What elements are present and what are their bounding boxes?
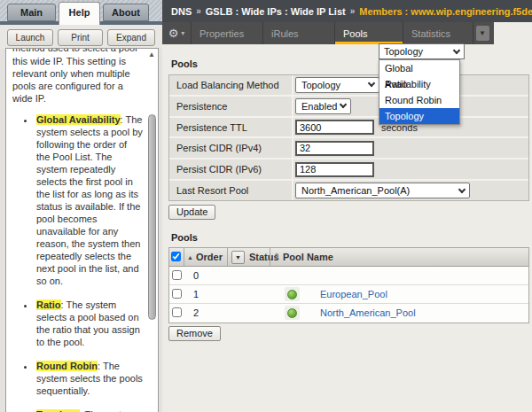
tab-statistics[interactable]: Statistics [403,22,473,44]
help-bullet-topology: Topology: The system selects a pool base… [35,408,143,412]
form-row-last-resort-pool: Last Resort Pool North_American_Pool(A) [169,181,528,200]
order-value: 2 [193,307,199,318]
help-bullet-global-availability: Global Availability: The system selects … [35,113,143,287]
scrollbar-thumb[interactable] [148,114,156,320]
breadcrumb: DNS » GSLB : Wide IPs : Wide IP List » M… [162,0,532,22]
page-tabbar: ⚙ ▾ Properties iRules Pools Statistics ▼ [162,22,494,44]
row-checkbox[interactable] [172,270,182,280]
main-content: DNS » GSLB : Wide IPs : Wide IP List » M… [162,0,532,412]
header-separator [227,248,228,266]
tab-overflow-button[interactable]: ▼ [473,22,491,44]
settings-menu-button[interactable]: ⚙ ▾ [162,22,192,44]
breadcrumb-separator-icon: » [350,6,356,16]
table-row: 0 [169,267,528,285]
persist-cidr-ipv4-input[interactable] [295,141,374,156]
tab-main[interactable]: Main [7,4,56,21]
option-global-availability[interactable]: Global Availability [379,60,459,76]
pools-table: ▲ Order ▼ Status ⇕ Pool Name 0 1 Europea… [168,247,529,323]
method-dropdown-list: Global Availability Ratio Round Robin To… [379,59,460,125]
breadcrumb-module[interactable]: DNS [171,6,192,17]
tab-help[interactable]: Help [59,2,100,25]
tab-irules[interactable]: iRules [263,22,335,44]
sort-ascending-icon: ▲ [187,254,193,260]
green-circle-icon [287,308,297,318]
order-value: 0 [193,270,199,281]
order-value: 1 [193,289,199,299]
header-separator [184,248,184,266]
tab-about[interactable]: About [103,4,149,21]
persistence-ttl-input[interactable] [295,120,374,135]
breadcrumb-path[interactable]: GSLB : Wide IPs : Wide IP List [206,6,346,17]
chevron-down-icon [458,185,466,192]
pool-link-north-american-pool[interactable]: North_American_Pool [320,307,416,318]
chevron-down-icon [368,80,375,87]
help-bullet-list: Global Availability: The system selects … [12,113,143,412]
persistence-select[interactable]: Enabled [295,98,351,114]
status-available-icon [285,287,300,301]
form-row-persistence: Persistence Enabled [169,97,528,118]
expand-button[interactable]: Expand [107,29,155,46]
help-clipped-line: method used to select a pool in [12,49,143,54]
form-row-load-balancing-method: Load Balancing Method Topology [169,75,528,97]
select-all-checkbox[interactable] [171,252,181,261]
help-bullet-round-robin: Round Robin: The system selects the pool… [35,360,143,397]
breadcrumb-current-page: Members : www.wip.engineering.f5demo.net… [359,6,532,17]
last-resort-pool-select[interactable]: North_American_Pool(A) [295,183,470,198]
chevron-down-icon [453,46,460,53]
column-header-pool-name[interactable]: Pool Name [283,252,333,262]
pools-settings-title: Pools [171,58,198,69]
table-row: 2 North_American_Pool [169,304,528,323]
form-row-persist-cidr-ipv4: Persist CIDR (IPv4) [169,138,528,159]
option-round-robin[interactable]: Round Robin [379,92,459,108]
persist-cidr-ipv6-input[interactable] [295,162,374,177]
column-header-order[interactable]: Order [196,252,223,262]
table-row: 1 European_Pool [169,285,528,304]
help-intro: this wide IP. This setting is relevant o… [12,55,143,105]
help-panel: Main Help About Launch Print Expand meth… [0,0,162,412]
row-checkbox[interactable] [172,289,182,299]
chevron-down-icon: ▾ [181,29,184,37]
scroll-up-icon[interactable]: ▲ [148,51,155,58]
pool-link-european-pool[interactable]: European_Pool [320,289,387,299]
row-checkbox[interactable] [172,307,182,317]
update-button[interactable]: Update [168,205,215,220]
tab-properties[interactable]: Properties [192,22,263,44]
print-button[interactable]: Print [58,29,103,46]
pools-settings-form: Load Balancing Method Topology Persisten… [168,74,529,201]
help-toolbar: Launch Print Expand [0,25,162,49]
pools-list-title: Pools [171,232,198,243]
form-row-persistence-ttl: Persistence TTL seconds [169,118,528,139]
status-filter-button[interactable]: ▼ [231,251,245,264]
pools-table-header: ▲ Order ▼ Status ⇕ Pool Name [169,248,528,267]
green-circle-icon [287,290,297,299]
load-balancing-method-select[interactable]: Topology [295,77,379,93]
help-content-box: method used to select a pool in this wid… [5,48,159,412]
sort-updown-icon: ⇕ [273,252,280,261]
status-available-icon [285,306,300,320]
gear-icon: ⚙ [168,27,179,39]
tab-pools[interactable]: Pools [335,22,403,44]
chevron-down-icon [340,101,347,108]
launch-button[interactable]: Launch [7,29,53,46]
header-separator [270,248,270,266]
remove-button[interactable]: Remove [168,326,221,341]
option-topology[interactable]: Topology [379,108,459,124]
form-row-persist-cidr-ipv6: Persist CIDR (IPv6) [169,159,528,181]
help-text: method used to select a pool in this wid… [12,49,143,412]
breadcrumb-separator-icon: » [196,6,201,16]
help-bullet-ratio: Ratio: The system selects a pool based o… [35,299,143,348]
chevron-down-icon: ▼ [476,26,489,41]
panel-tab-strip: Main Help About [0,0,162,25]
open-method-select[interactable]: Topology [379,43,465,59]
